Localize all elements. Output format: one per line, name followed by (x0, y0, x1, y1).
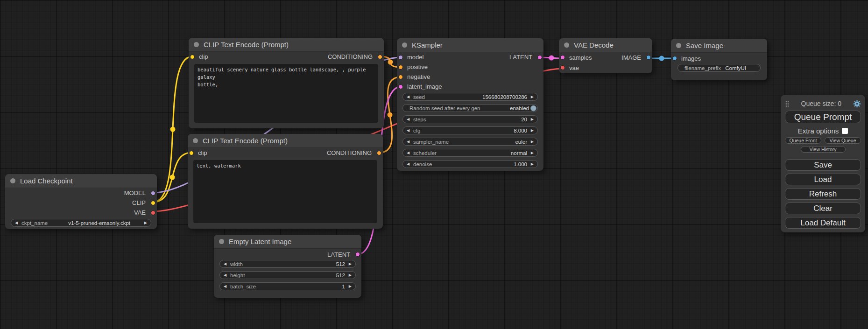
right-arrow-icon[interactable]: ▶ (531, 118, 534, 121)
settings-gear-icon[interactable] (853, 100, 861, 108)
filename-prefix-widget[interactable]: filename_prefix ComfyUI (677, 64, 761, 72)
node-clip-text-encode-1[interactable]: CLIP Text Encode (Prompt) clip CONDITION… (189, 38, 384, 128)
comfyui-canvas[interactable]: { "colors": { "model_purple": "#b39ddb",… (0, 0, 868, 329)
node-title-bar[interactable]: Empty Latent Image (214, 235, 361, 249)
widget-value: ComfyUI (725, 65, 746, 71)
seed-widget[interactable]: ◀ seed 156680208700286 ▶ (402, 93, 538, 101)
node-load-checkpoint[interactable]: Load Checkpoint MODEL CLIP VAE ◀ ckpt_na… (5, 174, 157, 229)
model-input-port[interactable] (398, 55, 403, 60)
input-label: model (407, 54, 423, 61)
output-label: LATENT (509, 54, 532, 61)
node-title: VAE Decode (574, 41, 614, 49)
node-vae-decode[interactable]: VAE Decode samples IMAGE vae (559, 38, 652, 73)
denoise-widget[interactable]: ◀ denoise 1.000 ▶ (402, 160, 538, 168)
scheduler-widget[interactable]: ◀ scheduler normal ▶ (402, 149, 538, 157)
node-title-bar[interactable]: Save Image (671, 39, 767, 53)
view-history-button[interactable]: View History (801, 146, 846, 153)
right-arrow-icon[interactable]: ▶ (531, 140, 534, 144)
input-label: images (681, 55, 701, 62)
conditioning-output-port[interactable] (378, 55, 382, 59)
latent-image-input-port[interactable] (398, 84, 403, 89)
toggle-knob[interactable] (530, 105, 536, 111)
prompt-textarea[interactable]: text, watermark (193, 160, 377, 223)
collapse-dot-icon[interactable] (10, 178, 15, 183)
samples-input-port[interactable] (560, 55, 565, 60)
vae-output-port[interactable] (151, 210, 155, 215)
left-arrow-icon[interactable]: ◀ (407, 151, 409, 155)
steps-widget[interactable]: ◀ steps 20 ▶ (402, 115, 538, 123)
random-seed-toggle-widget[interactable]: Random seed after every gen enabled (402, 104, 538, 112)
vae-input-port[interactable] (560, 65, 565, 70)
node-title-bar[interactable]: CLIP Text Encode (Prompt) (188, 134, 383, 148)
refresh-button[interactable]: Refresh (785, 188, 861, 200)
save-button[interactable]: Save (785, 159, 861, 171)
collapse-dot-icon[interactable] (564, 42, 569, 48)
node-title-bar[interactable]: CLIP Text Encode (Prompt) (189, 38, 384, 52)
drag-handle-icon[interactable]: ⣿ (785, 100, 790, 107)
collapse-dot-icon[interactable] (193, 138, 198, 143)
collapse-dot-icon[interactable] (194, 42, 199, 47)
collapse-dot-icon[interactable] (402, 42, 407, 48)
batch-size-widget[interactable]: ◀ batch_size 1 ▶ (219, 282, 356, 290)
clip-output-port[interactable] (151, 201, 155, 205)
widget-value: normal (511, 150, 527, 156)
node-title-bar[interactable]: VAE Decode (559, 38, 652, 52)
left-arrow-icon[interactable]: ◀ (224, 262, 226, 266)
node-empty-latent-image[interactable]: Empty Latent Image LATENT ◀ width 512 ▶ … (214, 235, 361, 298)
queue-prompt-button[interactable]: Queue Prompt (785, 111, 861, 123)
model-output-port[interactable] (151, 191, 155, 196)
right-arrow-icon[interactable]: ▶ (349, 273, 352, 277)
node-title: KSampler (412, 41, 443, 49)
output-row: CLIP (5, 198, 157, 208)
widget-label: seed (413, 94, 425, 100)
node-clip-text-encode-2[interactable]: CLIP Text Encode (Prompt) clip CONDITION… (188, 134, 383, 229)
node-title: CLIP Text Encode (Prompt) (203, 137, 288, 145)
prompt-textarea[interactable]: beautiful scenery nature glass bottle la… (194, 64, 378, 123)
node-title: CLIP Text Encode (Prompt) (204, 41, 289, 49)
right-arrow-icon[interactable]: ▶ (531, 162, 534, 166)
right-arrow-icon[interactable]: ▶ (531, 151, 534, 155)
clip-input-port[interactable] (190, 55, 195, 59)
clip-input-port[interactable] (189, 151, 194, 155)
view-queue-button[interactable]: View Queue (825, 137, 861, 144)
height-widget[interactable]: ◀ height 512 ▶ (219, 271, 356, 279)
right-arrow-icon[interactable]: ▶ (349, 285, 352, 288)
load-button[interactable]: Load (785, 174, 861, 185)
left-arrow-icon[interactable]: ◀ (224, 285, 226, 288)
collapse-dot-icon[interactable] (676, 43, 681, 48)
menu-header: ⣿ Queue size: 0 (785, 98, 861, 109)
node-title-bar[interactable]: Load Checkpoint (5, 174, 157, 188)
ckpt-name-widget[interactable]: ◀ ckpt_name v1-5-pruned-emaonly.ckpt ▶ (11, 219, 151, 227)
right-arrow-icon[interactable]: ▶ (531, 129, 534, 133)
conditioning-output-port[interactable] (377, 151, 381, 155)
right-arrow-icon[interactable]: ▶ (349, 262, 352, 266)
sampler-name-widget[interactable]: ◀ sampler_name euler ▶ (402, 138, 538, 146)
extra-options-checkbox[interactable] (842, 128, 848, 134)
slot-row: samples IMAGE (559, 52, 652, 63)
load-default-button[interactable]: Load Default (785, 217, 861, 229)
left-arrow-icon[interactable]: ◀ (407, 95, 409, 99)
latent-output-port[interactable] (537, 55, 542, 60)
right-arrow-icon[interactable]: ▶ (531, 95, 534, 99)
positive-input-port[interactable] (398, 65, 403, 70)
image-output-port[interactable] (646, 55, 651, 60)
clear-button[interactable]: Clear (785, 203, 861, 214)
left-arrow-icon[interactable]: ◀ (407, 129, 409, 133)
left-arrow-icon[interactable]: ◀ (407, 162, 409, 166)
left-arrow-icon[interactable]: ◀ (15, 221, 18, 225)
images-input-port[interactable] (672, 56, 677, 61)
node-ksampler[interactable]: KSampler model LATENT positive negative … (397, 38, 543, 171)
negative-input-port[interactable] (398, 75, 403, 79)
node-save-image[interactable]: Save Image images filename_prefix ComfyU… (671, 39, 767, 80)
left-arrow-icon[interactable]: ◀ (407, 140, 409, 144)
latent-output-port[interactable] (355, 252, 360, 257)
left-arrow-icon[interactable]: ◀ (407, 118, 409, 121)
right-arrow-icon[interactable]: ▶ (144, 221, 147, 225)
left-arrow-icon[interactable]: ◀ (224, 273, 226, 277)
slot-row: negative (397, 72, 543, 82)
collapse-dot-icon[interactable] (219, 239, 224, 244)
width-widget[interactable]: ◀ width 512 ▶ (219, 260, 356, 268)
queue-front-button[interactable]: Queue Front (785, 137, 821, 144)
node-title-bar[interactable]: KSampler (397, 38, 543, 52)
cfg-widget[interactable]: ◀ cfg 8.000 ▶ (402, 126, 538, 134)
